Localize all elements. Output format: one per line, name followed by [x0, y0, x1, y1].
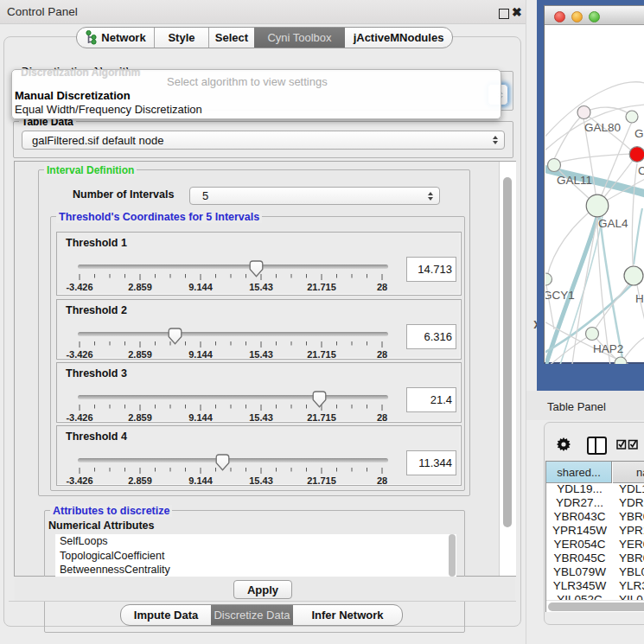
svg-text:C: C	[638, 164, 644, 177]
svg-text:HAP2: HAP2	[593, 342, 623, 355]
svg-text:GAL4: GAL4	[598, 217, 628, 230]
svg-text:GCY1: GCY1	[545, 289, 575, 302]
svg-text:H: H	[635, 292, 644, 305]
svg-text:G: G	[634, 127, 644, 140]
svg-text:GAL11: GAL11	[557, 174, 592, 187]
svg-text:GAL80: GAL80	[584, 121, 621, 134]
